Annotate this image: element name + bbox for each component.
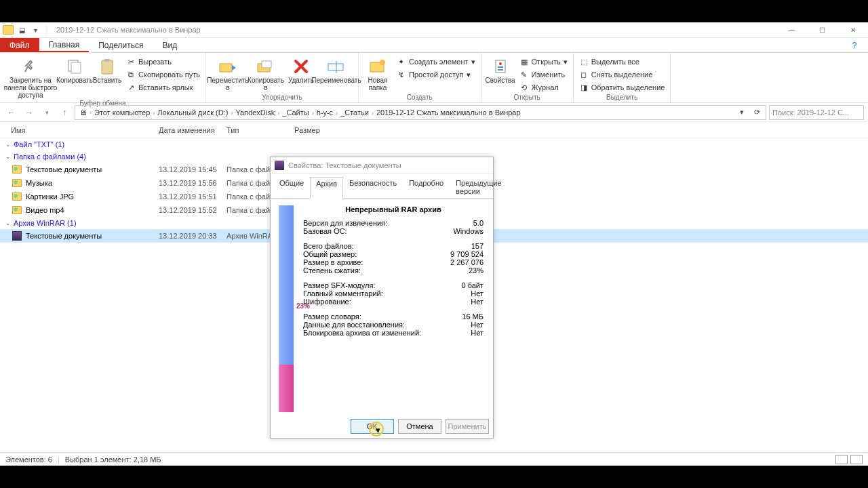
search-input[interactable]: Поиск: 2019-12-12 С... (769, 105, 864, 120)
close-button[interactable]: ✕ (837, 22, 868, 38)
copy-to-icon (256, 57, 275, 76)
property-row: Главный комментарий:Нет (303, 289, 484, 298)
rename-icon (327, 57, 346, 76)
dialog-tab[interactable]: Общие (273, 176, 310, 198)
breadcrumb[interactable]: 🖥› Этот компьютер›Локальный диск (D:)›Ya… (75, 105, 766, 120)
file-name: Видео mp4 (26, 206, 159, 214)
svg-rect-2 (102, 60, 113, 74)
col-size[interactable]: Размер (294, 126, 349, 134)
ribbon-help-icon[interactable]: ? (841, 38, 868, 52)
file-date: 13.12.2019 15:52 (159, 206, 226, 214)
copy-icon (65, 57, 84, 76)
dialog-tab[interactable]: Архив (310, 177, 343, 199)
cut-button[interactable]: ✂Вырезать (123, 56, 203, 67)
folder-icon (11, 164, 23, 175)
recent-button[interactable]: ▾ (39, 105, 54, 120)
breadcrumb-segment[interactable]: _Статьи (338, 108, 372, 117)
view-details-icon[interactable] (835, 455, 848, 464)
dialog-tabs: ОбщиеАрхивБезопасностьПодробноПредыдущие… (271, 174, 493, 199)
tab-file[interactable]: Файл (0, 38, 39, 52)
property-row: Степень сжатия:23% (303, 266, 484, 274)
edit-button[interactable]: ✎Изменить (517, 69, 570, 80)
maximize-button[interactable]: ☐ (807, 22, 837, 38)
apply-button[interactable]: Применить (446, 419, 489, 434)
new-folder-button[interactable]: Новая папка (361, 54, 394, 92)
svg-rect-14 (498, 69, 503, 70)
dialog-tab[interactable]: Подробно (403, 176, 450, 198)
ok-button[interactable]: OK (351, 419, 394, 434)
open-button[interactable]: ▦Открыть ▾ (517, 56, 570, 67)
col-type[interactable]: Тип (226, 126, 294, 134)
status-items: Элементов: 6 (5, 455, 52, 464)
select-none-icon: ◻ (579, 70, 589, 79)
property-row: Всего файлов:157 (303, 242, 484, 250)
svg-rect-4 (220, 64, 232, 72)
breadcrumb-segment[interactable]: h-y-c (314, 108, 336, 117)
cancel-button[interactable]: Отмена (398, 419, 441, 434)
invert-selection-button[interactable]: ◨Обратить выделение (576, 82, 668, 93)
file-name: Текстовые документы (26, 165, 159, 174)
qat-redo-icon[interactable]: ▾ (30, 24, 41, 35)
new-item-button[interactable]: ✦Создать элемент ▾ (394, 56, 478, 67)
select-none-button[interactable]: ◻Снять выделение (576, 69, 668, 80)
breadcrumb-segment[interactable]: _Сайты (279, 108, 311, 117)
folder-icon (11, 178, 23, 188)
easy-access-button[interactable]: ↯Простой доступ ▾ (394, 69, 478, 80)
property-row: Шифрование:Нет (303, 298, 484, 306)
breadcrumb-dropdown-icon[interactable]: ▾ (734, 108, 749, 117)
breadcrumb-segment[interactable]: YandexDisk (233, 108, 277, 117)
select-all-button[interactable]: ⬚Выделить все (576, 56, 668, 67)
up-button[interactable]: ↑ (57, 105, 72, 120)
svg-rect-1 (71, 62, 81, 73)
group-header[interactable]: ⌄Файл "TXT" (1) (0, 138, 868, 150)
dialog-tab[interactable]: Предыдущие версии (450, 176, 507, 198)
properties-button[interactable]: Свойства (484, 54, 517, 84)
view-large-icon[interactable] (850, 455, 863, 464)
pin-icon (21, 57, 40, 76)
copy-to-button[interactable]: Копировать в (247, 54, 285, 92)
folder-icon (11, 191, 23, 202)
forward-button[interactable]: → (22, 105, 37, 120)
move-to-button[interactable]: Переместить в (209, 54, 247, 92)
property-row: Размер словаря:16 МБ (303, 312, 484, 321)
paste-shortcut-button[interactable]: ↗Вставить ярлык (123, 82, 203, 93)
easy-access-icon: ↯ (397, 70, 406, 79)
archive-type-header: Непрерывный RAR архив (303, 205, 484, 214)
dialog-tab[interactable]: Безопасность (343, 176, 403, 198)
rar-icon (11, 230, 23, 241)
paste-icon (98, 57, 117, 76)
title-bar: ⬓ ▾ 2019-12-12 Сжать максимально в Винра… (0, 22, 868, 38)
copy-path-button[interactable]: ⧉Скопировать путь (123, 69, 203, 80)
breadcrumb-segment[interactable]: Локальный диск (D:) (155, 108, 231, 117)
folder-icon (11, 205, 23, 216)
new-folder-icon (368, 57, 387, 76)
column-headers[interactable]: Имя Дата изменения Тип Размер (0, 122, 868, 138)
file-date: 13.12.2019 20:33 (159, 232, 226, 240)
paste-button[interactable]: Вставить (91, 54, 123, 84)
col-name[interactable]: Имя (11, 126, 159, 134)
path-icon: ⧉ (126, 70, 136, 79)
pin-button[interactable]: Закрепить на панели быстрого доступа (3, 54, 58, 99)
invert-icon: ◨ (579, 83, 589, 92)
qat-undo-icon[interactable]: ⬓ (16, 24, 27, 35)
svg-rect-13 (498, 66, 503, 68)
pc-icon: 🖥 (77, 108, 90, 117)
back-button[interactable]: ← (4, 105, 19, 120)
new-item-icon: ✦ (397, 57, 406, 66)
rename-button[interactable]: Переименовать (317, 54, 355, 84)
file-date: 13.12.2019 15:45 (159, 165, 226, 174)
breadcrumb-segment[interactable]: Этот компьютер (92, 108, 153, 117)
col-date[interactable]: Дата изменения (159, 126, 226, 134)
file-name: Музыка (26, 179, 159, 187)
history-button[interactable]: ⟲Журнал (517, 82, 570, 93)
minimize-button[interactable]: — (776, 22, 807, 38)
tab-home[interactable]: Главная (39, 38, 90, 52)
refresh-icon[interactable]: ⟳ (749, 108, 764, 117)
copy-button[interactable]: Копировать (58, 54, 91, 84)
breadcrumb-segment[interactable]: 2019-12-12 Сжать максимально в Винрар (374, 108, 524, 117)
ribbon: Закрепить на панели быстрого доступа Коп… (0, 53, 868, 103)
tab-view[interactable]: Вид (153, 38, 186, 52)
tab-share[interactable]: Поделиться (89, 38, 153, 52)
rar-icon (275, 161, 284, 170)
group-organize-label: Упорядочить (209, 93, 355, 102)
